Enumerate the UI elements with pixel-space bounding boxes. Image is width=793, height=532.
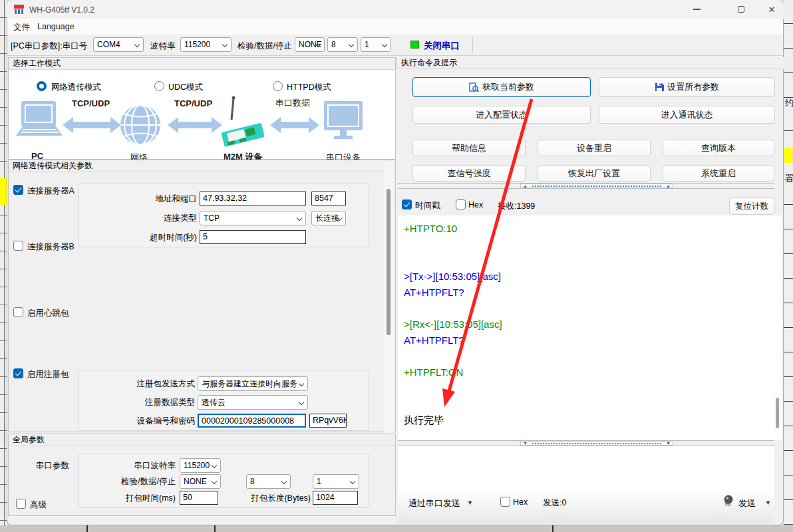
log-line bbox=[404, 301, 773, 317]
heartbeat-label: 启用心跳包 bbox=[27, 308, 69, 319]
timestamp-checkbox[interactable] bbox=[402, 200, 412, 209]
log-hex-checkbox[interactable] bbox=[456, 200, 466, 209]
send-splitter[interactable]: ▼▼ bbox=[398, 440, 774, 446]
server-b-checkbox[interactable] bbox=[13, 241, 23, 251]
device-password-input[interactable]: RPqvV6K bbox=[309, 414, 347, 428]
get-params-button[interactable]: 获取当前参数 bbox=[412, 77, 591, 97]
device-reboot-label: 设备重启 bbox=[577, 142, 611, 154]
set-params-button[interactable]: 设置所有参数 bbox=[599, 77, 775, 97]
log-output[interactable]: +HTPTO:10>[Tx->][10:53:05][asc]AT+HTPFLT… bbox=[398, 215, 773, 440]
advanced-checkbox[interactable] bbox=[16, 499, 26, 509]
send-caret-icon[interactable]: ▼ bbox=[765, 499, 771, 506]
log-hex-label: Hex bbox=[468, 200, 483, 209]
work-mode-title: 选择工作模式 bbox=[9, 58, 395, 70]
log-line: AT+HTPFLT? bbox=[404, 332, 773, 348]
global-baud-select[interactable]: 115200 bbox=[180, 458, 221, 473]
pc-icon bbox=[16, 101, 63, 136]
enter-config-button[interactable]: 进入配置状态 bbox=[412, 106, 591, 124]
com-port-select[interactable]: COM4 bbox=[93, 37, 144, 52]
splitter-dots bbox=[532, 443, 661, 444]
timeout-label: 超时时间(秒) bbox=[93, 232, 197, 243]
port-open-status-icon bbox=[410, 41, 419, 49]
data-type-select[interactable]: 透传云 bbox=[198, 395, 308, 410]
log-splitter[interactable]: ▲▲ bbox=[398, 183, 774, 189]
heartbeat-checkbox[interactable] bbox=[13, 307, 23, 317]
server-addr-input[interactable]: 47.93.32.32 bbox=[200, 192, 306, 205]
menu-file[interactable]: 文件 bbox=[9, 19, 34, 36]
save-icon bbox=[655, 82, 664, 92]
help-label: 帮助信息 bbox=[452, 142, 486, 154]
log-scrollbar-thumb[interactable] bbox=[776, 398, 779, 428]
stopbits-select[interactable]: 1 bbox=[361, 37, 391, 52]
global-parity-select[interactable]: NONE bbox=[180, 474, 221, 489]
close-port-button[interactable]: 关闭串口 bbox=[424, 40, 460, 52]
log-line: >[Tx->][10:53:05][asc] bbox=[404, 269, 773, 285]
log-line bbox=[404, 253, 773, 269]
pack-time-input[interactable]: 50 bbox=[180, 491, 218, 505]
radio-httpd-mode[interactable] bbox=[273, 81, 283, 91]
background-bottom-mark bbox=[552, 525, 554, 532]
serial-params-label: 串口参数 bbox=[36, 460, 69, 471]
send-button[interactable]: 发送 bbox=[738, 497, 756, 509]
device-id-input[interactable]: 00002000109285000008 bbox=[198, 414, 306, 428]
command-panel-title: 执行命令及提示 bbox=[397, 57, 784, 69]
timeout-input[interactable]: 5 bbox=[200, 230, 306, 244]
conn-type-select[interactable]: TCP bbox=[200, 211, 306, 225]
menu-language[interactable]: Language bbox=[33, 19, 79, 34]
title-bar bbox=[7, 0, 784, 19]
device-reboot-button[interactable]: 设备重启 bbox=[538, 140, 651, 156]
enter-comm-button[interactable]: 进入通讯状态 bbox=[599, 106, 775, 124]
background-left-line bbox=[4, 0, 5, 525]
sent-counter: 发送:0 bbox=[543, 497, 566, 509]
close-icon: ✕ bbox=[768, 5, 776, 15]
menu-bar bbox=[7, 19, 783, 35]
send-text-area[interactable] bbox=[398, 446, 774, 491]
server-a-checkbox[interactable] bbox=[13, 185, 23, 195]
server-port-input[interactable]: 8547 bbox=[311, 192, 346, 205]
pack-time-label: 打包时间(ms) bbox=[72, 493, 176, 504]
send-mode-select[interactable]: 与服务器建立连接时向服务 bbox=[198, 376, 308, 391]
pack-len-input[interactable]: 1024 bbox=[313, 491, 358, 505]
get-params-label: 获取当前参数 bbox=[482, 81, 534, 93]
log-splitter-handle[interactable]: ▲▲ bbox=[520, 184, 673, 188]
recv-counter: 接收:1399 bbox=[498, 201, 535, 212]
global-stopbits-select[interactable]: 1 bbox=[313, 474, 359, 489]
minimize-icon bbox=[693, 9, 701, 10]
reset-count-button[interactable]: 复位计数 bbox=[729, 198, 774, 215]
factory-reset-button[interactable]: 恢复出厂设置 bbox=[538, 165, 651, 182]
addr-label: 地址和端口 bbox=[93, 194, 197, 205]
set-params-label: 设置所有参数 bbox=[667, 81, 719, 93]
maximize-button[interactable] bbox=[726, 0, 756, 19]
radio-transparent-mode[interactable] bbox=[37, 81, 47, 91]
parity-select[interactable]: NONE bbox=[295, 37, 325, 52]
system-reboot-button[interactable]: 系统重启 bbox=[663, 165, 774, 182]
left-scrollbar-thumb[interactable] bbox=[387, 189, 391, 335]
conn-mode-select[interactable]: 长连接 bbox=[311, 211, 346, 225]
menu-file-label: 文件 bbox=[9, 19, 34, 36]
minimize-button[interactable] bbox=[681, 0, 712, 19]
global-databits-select[interactable]: 8 bbox=[246, 474, 291, 489]
data-type-label: 注册数据类型 bbox=[91, 397, 195, 408]
send-hex-checkbox[interactable] bbox=[500, 497, 510, 507]
query-version-button[interactable]: 查询版本 bbox=[663, 140, 774, 156]
splitter-down-icon: ▼ bbox=[521, 441, 530, 446]
arrow-left-icon bbox=[63, 117, 121, 133]
background-left-yellow-cell bbox=[0, 178, 7, 205]
send-splitter-handle[interactable]: ▼▼ bbox=[520, 441, 673, 446]
send-mode-label: 注册包发送方式 bbox=[91, 378, 195, 390]
serial-device-icon bbox=[324, 101, 363, 139]
send-icon bbox=[722, 494, 734, 506]
pc-serial-label: [PC串口参数]:串口号 bbox=[11, 41, 87, 52]
radio-udc-mode[interactable] bbox=[154, 81, 164, 91]
screen: 约 置 WH-G405tf V1.0.2 ✕ 文件 Language [PC串口… bbox=[0, 0, 793, 532]
send-via-dropdown[interactable]: 通过串口发送 bbox=[408, 497, 460, 509]
help-button[interactable]: 帮助信息 bbox=[412, 140, 526, 156]
background-left-ruler bbox=[0, 0, 7, 525]
signal-strength-button[interactable]: 查信号强度 bbox=[412, 165, 526, 182]
close-button[interactable]: ✕ bbox=[756, 0, 787, 19]
sent-label: 发送: bbox=[543, 498, 561, 507]
send-via-caret-icon[interactable]: ▼ bbox=[467, 499, 473, 506]
databits-select[interactable]: 8 bbox=[327, 37, 358, 52]
baud-select[interactable]: 115200 bbox=[180, 37, 232, 52]
register-checkbox[interactable] bbox=[13, 368, 23, 378]
